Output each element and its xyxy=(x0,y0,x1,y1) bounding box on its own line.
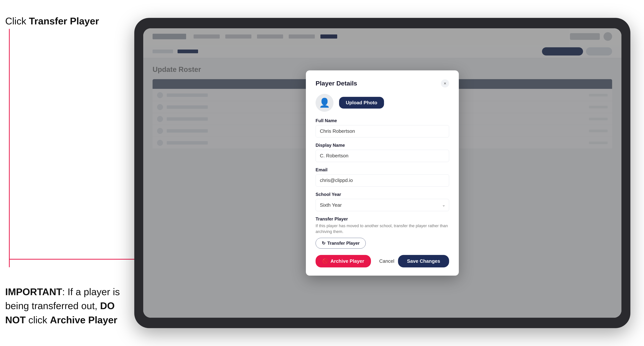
avatar-icon: 👤 xyxy=(319,98,330,108)
upload-photo-button[interactable]: Upload Photo xyxy=(339,97,384,109)
modal-footer: 🚫 Archive Player Cancel Save Changes xyxy=(316,255,449,267)
school-year-group: School Year First Year Second Year Third… xyxy=(316,192,449,211)
instruction-do: DO xyxy=(100,300,115,311)
full-name-input[interactable] xyxy=(316,125,449,138)
instruction-important: IMPORTANT xyxy=(5,286,62,297)
instruction-not: NOT xyxy=(5,315,26,325)
school-year-label: School Year xyxy=(316,192,449,197)
instruction-archive: Archive Player xyxy=(50,315,117,325)
instruction-top: Click Transfer Player xyxy=(5,15,99,27)
archive-player-label: Archive Player xyxy=(330,258,364,264)
refresh-icon: ↻ xyxy=(322,241,326,246)
instruction-bottom: IMPORTANT: If a player is being transfer… xyxy=(5,285,126,327)
transfer-player-button-label: Transfer Player xyxy=(327,241,360,246)
email-label: Email xyxy=(316,167,449,173)
player-details-modal: Player Details × 👤 Upload Photo Full Nam… xyxy=(306,70,459,276)
email-group: Email xyxy=(316,167,449,186)
full-name-group: Full Name xyxy=(316,118,449,138)
transfer-player-label: Transfer Player xyxy=(316,216,449,222)
save-changes-button[interactable]: Save Changes xyxy=(398,255,449,267)
tablet-device: Update Roster xyxy=(134,18,630,328)
school-year-select[interactable]: First Year Second Year Third Year Fourth… xyxy=(316,199,449,211)
email-input[interactable] xyxy=(316,174,449,186)
arrow-vertical xyxy=(9,29,10,267)
transfer-player-section: Transfer Player If this player has moved… xyxy=(316,216,449,249)
modal-overlay: Player Details × 👤 Upload Photo Full Nam… xyxy=(143,28,622,318)
instruction-rest2: click xyxy=(26,315,50,325)
transfer-player-button[interactable]: ↻ Transfer Player xyxy=(316,238,366,249)
avatar-section: 👤 Upload Photo xyxy=(316,94,449,112)
modal-close-button[interactable]: × xyxy=(441,79,449,88)
school-year-wrapper: First Year Second Year Third Year Fourth… xyxy=(316,199,449,211)
display-name-group: Display Name xyxy=(316,143,449,162)
modal-title: Player Details xyxy=(316,80,357,87)
avatar-circle: 👤 xyxy=(316,94,334,112)
archive-icon: 🚫 xyxy=(322,258,328,264)
display-name-input[interactable] xyxy=(316,150,449,162)
instruction-top-bold: Transfer Player xyxy=(29,16,99,26)
modal-header: Player Details × xyxy=(316,79,449,88)
full-name-label: Full Name xyxy=(316,118,449,123)
transfer-player-description: If this player has moved to another scho… xyxy=(316,223,449,235)
display-name-label: Display Name xyxy=(316,143,449,148)
cancel-button[interactable]: Cancel xyxy=(379,258,394,264)
tablet-screen: Update Roster xyxy=(143,28,622,318)
instruction-top-text: Click xyxy=(5,16,29,26)
archive-player-button[interactable]: 🚫 Archive Player xyxy=(316,255,371,267)
